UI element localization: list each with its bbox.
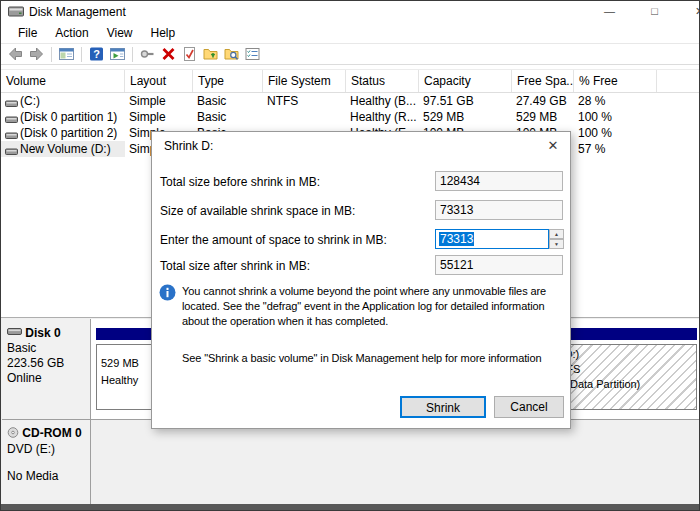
cdrom-icon bbox=[7, 427, 19, 441]
column-header-file-system[interactable]: File System bbox=[263, 70, 346, 92]
cell-percent-free: 100 % bbox=[578, 110, 655, 124]
shrink-amount-stepper: ▲ ▼ bbox=[549, 229, 564, 249]
cell-volume: (C:) bbox=[20, 94, 124, 108]
column-header-filler bbox=[657, 70, 700, 92]
spin-up-icon[interactable]: ▲ bbox=[549, 229, 564, 239]
app-icon bbox=[8, 6, 24, 21]
selected-input-text: 73313 bbox=[439, 232, 474, 246]
cell-percent-free: 28 % bbox=[578, 94, 655, 108]
cdrom-label-panel[interactable]: CD-ROM 0 DVD (E:) No Media bbox=[2, 420, 91, 505]
field-value-total-before: 128434 bbox=[435, 171, 563, 191]
delete-volume-icon[interactable] bbox=[158, 45, 179, 63]
minimize-icon[interactable]: — bbox=[587, 1, 632, 23]
field-label-total-after: Total size after shrink in MB: bbox=[160, 259, 310, 273]
column-header-type[interactable]: Type bbox=[193, 70, 263, 92]
show-action-pane-icon[interactable] bbox=[107, 45, 128, 63]
search-wand-icon[interactable] bbox=[137, 45, 158, 63]
cell-type: Basic bbox=[197, 110, 261, 124]
shrink-dialog: Shrink D: ✕ Total size before shrink in … bbox=[151, 131, 571, 429]
cell-status: Healthy (R... bbox=[350, 110, 419, 124]
forward-icon[interactable] bbox=[26, 45, 47, 63]
cell-volume: (Disk 0 partition 2) bbox=[20, 126, 124, 140]
info-icon bbox=[159, 284, 176, 304]
cell-percent-free: 100 % bbox=[578, 126, 655, 140]
toolbar-separator bbox=[132, 47, 133, 62]
disk0-name: Disk 0 bbox=[25, 326, 60, 340]
title-bar: Disk Management — □ ✕ bbox=[1, 1, 699, 23]
window-title: Disk Management bbox=[29, 5, 126, 19]
spin-down-icon[interactable]: ▼ bbox=[549, 239, 564, 249]
close-icon[interactable]: ✕ bbox=[677, 1, 700, 23]
cell-capacity: 97.51 GB bbox=[423, 94, 510, 108]
field-value-total-after: 55121 bbox=[435, 255, 563, 275]
column-header-capacity[interactable]: Capacity bbox=[419, 70, 512, 92]
menu-file[interactable]: File bbox=[9, 26, 46, 40]
window-bottom-frame bbox=[1, 504, 699, 510]
field-value-available-space: 73313 bbox=[435, 200, 563, 220]
disk-icon bbox=[7, 325, 22, 339]
cell-type: Basic bbox=[197, 94, 261, 108]
dialog-title: Shrink D: bbox=[164, 139, 213, 153]
disk-management-window: Disk Management — □ ✕ File Action View H… bbox=[0, 0, 700, 511]
cell-capacity: 529 MB bbox=[423, 110, 510, 124]
disk0-size: 223.56 GB bbox=[7, 356, 90, 371]
field-label-available-space: Size of available shrink space in MB: bbox=[160, 204, 355, 218]
open-folder-icon[interactable] bbox=[200, 45, 221, 63]
shrink-amount-input[interactable]: 73313 bbox=[435, 229, 549, 249]
cdrom-media: No Media bbox=[7, 469, 90, 484]
field-label-shrink-amount: Enter the amount of space to shrink in M… bbox=[160, 233, 387, 247]
dialog-info-text: You cannot shrink a volume beyond the po… bbox=[182, 284, 564, 329]
help-icon[interactable]: ? bbox=[86, 45, 107, 63]
menu-view[interactable]: View bbox=[98, 26, 142, 40]
dialog-help-text: See "Shrink a basic volume" in Disk Mana… bbox=[182, 352, 564, 364]
toolbar-separator bbox=[81, 47, 82, 62]
column-header-free-space[interactable]: Free Spa... bbox=[512, 70, 574, 92]
cdrom-name: CD-ROM 0 bbox=[22, 426, 81, 440]
table-row[interactable]: (C:) Simple Basic NTFS Healthy (B... 97.… bbox=[1, 93, 699, 109]
menu-action[interactable]: Action bbox=[46, 26, 97, 40]
back-icon[interactable] bbox=[5, 45, 26, 63]
cancel-button[interactable]: Cancel bbox=[494, 396, 564, 418]
properties-list-icon[interactable] bbox=[242, 45, 263, 63]
cell-file-system: NTFS bbox=[267, 94, 344, 108]
explore-folder-icon[interactable] bbox=[221, 45, 242, 63]
column-header-status[interactable]: Status bbox=[346, 70, 419, 92]
cell-volume: (Disk 0 partition 1) bbox=[20, 110, 124, 124]
cell-layout: Simple bbox=[129, 94, 191, 108]
maximize-icon[interactable]: □ bbox=[632, 1, 677, 23]
check-document-icon[interactable] bbox=[179, 45, 200, 63]
toolbar: ? bbox=[1, 44, 699, 65]
column-header-percent-free[interactable]: % Free bbox=[574, 70, 657, 92]
column-header-volume[interactable]: Volume bbox=[1, 70, 125, 92]
cell-volume: New Volume (D:) bbox=[20, 142, 124, 156]
menu-bar: File Action View Help bbox=[1, 23, 699, 44]
partition1-status: Healthy bbox=[101, 374, 138, 386]
show-console-tree-icon[interactable] bbox=[56, 45, 77, 63]
cdrom-drive: DVD (E:) bbox=[7, 442, 90, 457]
disk0-type: Basic bbox=[7, 341, 90, 356]
cell-layout: Simple bbox=[129, 110, 191, 124]
svg-text:?: ? bbox=[93, 48, 100, 60]
cell-free-space: 529 MB bbox=[516, 110, 572, 124]
table-row[interactable]: (Disk 0 partition 1) Simple Basic Health… bbox=[1, 109, 699, 125]
cell-status: Healthy (B... bbox=[350, 94, 419, 108]
disk0-label-panel[interactable]: Disk 0 Basic 223.56 GB Online bbox=[2, 319, 91, 419]
volume-table-header: Volume Layout Type File System Status Ca… bbox=[1, 69, 699, 93]
toolbar-separator bbox=[51, 47, 52, 62]
cell-percent-free: 57 % bbox=[578, 142, 655, 156]
shrink-button[interactable]: Shrink bbox=[400, 396, 486, 418]
disk0-status: Online bbox=[7, 371, 90, 386]
cell-free-space: 27.49 GB bbox=[516, 94, 572, 108]
drive-icon bbox=[5, 145, 18, 159]
menu-help[interactable]: Help bbox=[142, 26, 185, 40]
dialog-close-icon[interactable]: ✕ bbox=[543, 136, 563, 156]
column-header-layout[interactable]: Layout bbox=[125, 70, 193, 92]
partition1-size: 529 MB bbox=[101, 357, 139, 369]
field-label-total-before: Total size before shrink in MB: bbox=[160, 175, 320, 189]
